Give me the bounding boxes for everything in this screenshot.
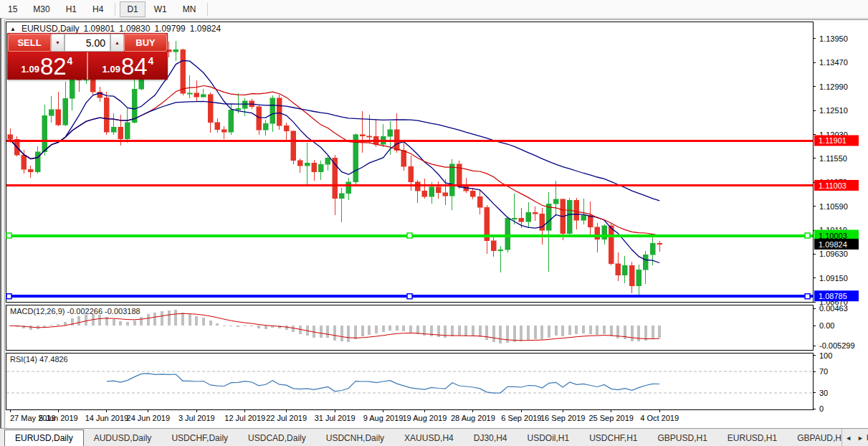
rsi-pane-frame — [6, 354, 814, 410]
macd-tick-label: 0.00 — [819, 321, 834, 330]
candle — [56, 110, 61, 125]
level-handle[interactable] — [6, 294, 11, 299]
date-tick-label: 28 Aug 2019 — [451, 414, 495, 422]
price-axis: 1.139501.134701.129901.125101.120301.115… — [813, 34, 855, 413]
chart-title-bar: ▲ EURUSD,Daily 1.09801 1.09830 1.09799 1… — [10, 24, 221, 34]
candle — [477, 196, 482, 207]
candle — [291, 131, 296, 161]
buy-price-display[interactable]: 1.09 84 4 — [88, 52, 168, 80]
price-divider — [87, 52, 88, 80]
candle — [263, 123, 268, 130]
date-tick-label: 24 Jun 2019 — [127, 414, 171, 422]
main-chart-canvas[interactable]: 1.139501.134701.129901.125101.120301.115… — [6, 22, 868, 428]
candle — [401, 151, 406, 166]
candle — [553, 199, 558, 204]
timeframe-button-m30[interactable]: M30 — [26, 1, 57, 17]
volume-increase-button[interactable]: ▲ — [110, 34, 124, 52]
tab-xauusd-h4[interactable]: XAUUSD,H4 — [394, 430, 464, 446]
price-tick-label: 1.09150 — [819, 274, 848, 283]
timeframe-button-h1[interactable]: H1 — [59, 1, 84, 17]
volume-decrease-button[interactable]: ▼ — [51, 34, 65, 52]
tab-eurusd-daily[interactable]: EURUSD,Daily — [4, 430, 84, 446]
level-handle[interactable] — [805, 294, 810, 299]
sell-price-display[interactable]: 1.09 82 4 — [7, 52, 87, 80]
chart-tab-bar: EURUSD,DailyAUDUSD,DailyUSDCHF,DailyUSDC… — [0, 428, 868, 446]
tab-dj30-h4[interactable]: DJ30,H4 — [464, 430, 518, 446]
candle — [104, 98, 109, 132]
rsi-value: 47.4826 — [39, 355, 68, 364]
candle — [595, 227, 600, 239]
candle — [22, 155, 27, 169]
tab-audusd-daily[interactable]: AUDUSD,Daily — [84, 430, 162, 446]
collapse-panel-icon[interactable]: ▲ — [10, 26, 16, 32]
rsi-indicator-label: RSI(14) 47.4826 — [10, 355, 68, 364]
price-tick-label: 1.12510 — [819, 106, 848, 115]
price-tick-label: 1.13470 — [819, 58, 848, 67]
macd-tick-label: 0.00463 — [819, 304, 848, 313]
tab-usdcnh-daily[interactable]: USDCNH,Daily — [316, 430, 394, 446]
candle — [498, 250, 503, 251]
candle — [42, 115, 47, 152]
toolbar-separator — [115, 3, 115, 16]
candle — [125, 123, 130, 139]
price-tick-label: 1.13950 — [819, 34, 848, 43]
candle — [533, 212, 538, 214]
candle — [242, 101, 247, 108]
candle — [546, 204, 551, 230]
candle — [574, 200, 579, 220]
level-handle[interactable] — [407, 233, 412, 238]
candle — [409, 166, 414, 182]
tab-usdcad-daily[interactable]: USDCAD,Daily — [238, 430, 316, 446]
ohlc-open: 1.09801 — [84, 24, 115, 34]
candle — [512, 218, 517, 219]
level-handle[interactable] — [805, 233, 810, 238]
timeframe-button-d1[interactable]: D1 — [120, 1, 145, 17]
tab-usdoil-h1[interactable]: USDOil,H1 — [517, 430, 579, 446]
level-handle[interactable] — [407, 294, 412, 299]
candle — [8, 135, 13, 140]
date-tick-label: 3 Jul 2019 — [178, 414, 215, 422]
chart-symbol-title: EURUSD,Daily — [22, 24, 80, 34]
candle — [173, 49, 178, 52]
volume-input[interactable]: 5.00 — [65, 34, 110, 52]
sell-price-pipette: 4 — [67, 55, 73, 67]
candle — [305, 163, 310, 166]
buy-button[interactable]: BUY — [124, 34, 167, 52]
tab-scroll-right-icon[interactable]: ► — [857, 435, 864, 442]
price-tick-label: 1.09630 — [819, 250, 848, 258]
candle — [519, 218, 524, 222]
date-tick-label: 9 Aug 2019 — [363, 414, 404, 422]
candle — [187, 93, 192, 95]
timeframe-button-mn[interactable]: MN — [176, 1, 204, 17]
level-3-badge-text: 1.08785 — [819, 292, 847, 300]
candle — [505, 218, 510, 250]
current-price-badge-text: 1.09824 — [819, 240, 847, 249]
ohlc-low: 1.09799 — [154, 24, 185, 34]
level-handle[interactable] — [6, 233, 11, 238]
candle — [650, 243, 655, 255]
tab-gbpusd-h1[interactable]: GBPUSD,H1 — [648, 430, 717, 446]
timeframe-button-15[interactable]: 15 — [1, 1, 24, 17]
candle — [28, 169, 33, 171]
candle — [636, 270, 642, 286]
candle — [629, 265, 634, 286]
candle — [622, 265, 627, 275]
timeframe-button-w1[interactable]: W1 — [147, 1, 174, 17]
tab-eurusd-h1[interactable]: EURUSD,H1 — [717, 430, 787, 446]
tab-usdchf-daily[interactable]: USDCHF,Daily — [161, 430, 238, 446]
candle — [221, 130, 226, 132]
sell-button[interactable]: SELL — [8, 34, 51, 52]
timeframe-button-h4[interactable]: H4 — [85, 1, 110, 17]
date-tick-label: 4 Oct 2019 — [640, 414, 679, 422]
candle — [63, 98, 68, 125]
candle — [339, 194, 344, 199]
date-tick-label: 5 Jun 2019 — [39, 414, 77, 422]
price-tick-label: 1.12990 — [819, 82, 848, 91]
tab-scroll-left-icon[interactable]: ◄ — [845, 435, 852, 442]
window-frame-line — [0, 18, 1, 446]
candle — [346, 182, 351, 194]
candle — [111, 127, 116, 132]
sell-price-prefix: 1.09 — [22, 64, 39, 75]
candle — [118, 127, 123, 139]
tab-usdchf-h1[interactable]: USDCHF,H1 — [579, 430, 647, 446]
